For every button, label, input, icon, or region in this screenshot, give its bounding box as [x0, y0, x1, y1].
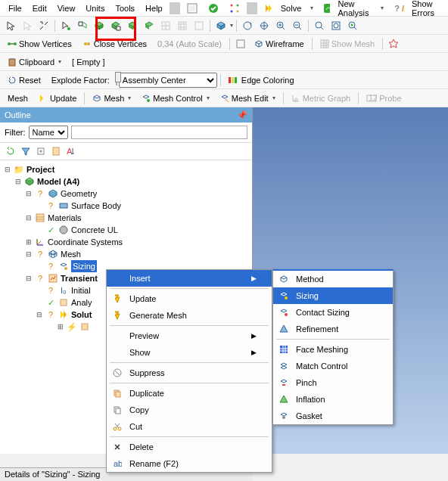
sub-gasket[interactable]: Gasket: [273, 408, 393, 424]
solve-button[interactable]: Solve: [259, 0, 319, 17]
star-icon[interactable]: [386, 36, 401, 51]
explode-slider[interactable]: [116, 76, 117, 85]
tree-geometry[interactable]: Geometry: [61, 188, 97, 200]
scale-icon[interactable]: [36, 18, 51, 33]
zoom-in-icon[interactable]: [273, 18, 288, 33]
rotate-icon[interactable]: [240, 18, 255, 33]
ctx-update[interactable]: Update: [107, 290, 272, 307]
tree-surface[interactable]: Surface Body: [71, 200, 121, 212]
filter-input[interactable]: [71, 126, 248, 139]
reset-button[interactable]: Reset: [3, 76, 45, 85]
sub-pinch[interactable]: Pinch: [273, 374, 393, 391]
close-vertices-button[interactable]: Close Vertices: [78, 39, 151, 48]
dots-icon[interactable]: [224, 1, 245, 16]
tree-model[interactable]: Model (A4): [37, 175, 79, 188]
cursor-icon[interactable]: [3, 18, 18, 33]
model-icon: [24, 176, 35, 187]
box-green2-icon[interactable]: [125, 18, 140, 33]
ctx-insert[interactable]: Insert▶: [107, 270, 272, 287]
tree-transient[interactable]: Transient: [61, 272, 98, 284]
ctx-show[interactable]: Show▶: [107, 344, 272, 361]
tree-project[interactable]: Project: [26, 163, 54, 175]
frame-icon[interactable]: [233, 36, 248, 51]
show-vertices-button[interactable]: Show Vertices: [3, 39, 76, 48]
svg-point-17: [334, 23, 338, 28]
grid3-icon[interactable]: [191, 18, 207, 33]
sub-inflation[interactable]: Inflation: [273, 391, 393, 408]
menu-help[interactable]: Help: [140, 2, 168, 15]
zoom-sel-icon[interactable]: [345, 18, 360, 33]
tree-materials[interactable]: Materials: [48, 212, 82, 224]
box-select-icon[interactable]: [108, 18, 123, 33]
sub-sizing[interactable]: Sizing: [273, 287, 393, 304]
tree-coord[interactable]: Coordinate Systems: [48, 236, 123, 248]
ctx-cut[interactable]: Cut: [107, 418, 272, 435]
select-vertex-icon[interactable]: [58, 18, 73, 33]
check-icon[interactable]: [203, 1, 224, 16]
select-box-icon[interactable]: [75, 18, 90, 33]
grid-icon[interactable]: [158, 18, 173, 33]
ctx-generate[interactable]: Generate Mesh: [107, 307, 272, 324]
show-errors-button[interactable]: ?/Show Errors: [389, 0, 445, 22]
mesh-control-dd[interactable]: Mesh Control: [137, 94, 213, 103]
sub-method[interactable]: Method: [273, 271, 393, 287]
tree-initial[interactable]: Initial: [71, 284, 91, 296]
sub-face[interactable]: Face Meshing: [273, 341, 393, 358]
svg-point-5: [230, 10, 232, 12]
menu-tools[interactable]: Tools: [110, 2, 140, 15]
ctx-duplicate[interactable]: Duplicate: [107, 385, 272, 402]
doc-icon[interactable]: [50, 145, 62, 157]
toolbar-icon[interactable]: [182, 1, 203, 16]
sub-contact[interactable]: Contact Sizing: [273, 304, 393, 321]
update-button[interactable]: Update: [34, 94, 81, 103]
sort-icon[interactable]: A: [65, 145, 77, 157]
cube-icon[interactable]: [213, 18, 229, 33]
svg-rect-36: [53, 147, 59, 155]
mesh-icon: [48, 249, 58, 259]
svg-rect-1: [189, 5, 195, 11]
ctx-delete[interactable]: Delete: [107, 439, 272, 455]
svg-point-54: [285, 296, 288, 299]
tree-analy[interactable]: Analy: [71, 296, 92, 309]
ctx-rename[interactable]: abRename (F2): [107, 455, 272, 472]
tree-sizing[interactable]: Sizing: [71, 260, 97, 272]
wireframe-button[interactable]: Wireframe: [250, 39, 309, 48]
filter-select[interactable]: Name: [29, 126, 68, 139]
grid2-icon[interactable]: [175, 18, 190, 33]
tree-solut[interactable]: Solut: [71, 309, 92, 321]
menu-view[interactable]: View: [52, 2, 81, 15]
metric-graph-button[interactable]: Metric Graph: [287, 94, 356, 103]
clipboard-button[interactable]: Clipboard: [3, 57, 66, 67]
box-green-icon[interactable]: [92, 18, 107, 33]
filter-icon[interactable]: [20, 145, 32, 157]
ctx-copy[interactable]: Copy: [107, 402, 272, 418]
mesh-label: Mesh: [3, 94, 33, 103]
ctx-preview[interactable]: Preview▶: [107, 327, 272, 344]
mesh-dd[interactable]: Mesh: [88, 94, 135, 103]
svg-rect-50: [116, 408, 120, 414]
box-green3-icon[interactable]: [142, 18, 157, 33]
toolbar-clipboard: Clipboard [ Empty ]: [0, 53, 448, 71]
refresh-icon[interactable]: [5, 145, 17, 157]
pin-icon[interactable]: 📌: [237, 110, 247, 120]
zoom-out-icon[interactable]: [290, 18, 305, 33]
zoom-fit-icon[interactable]: [328, 18, 344, 33]
tree-mesh[interactable]: Mesh: [61, 248, 81, 260]
pan-icon[interactable]: [257, 18, 272, 33]
ctx-suppress[interactable]: Suppress: [107, 365, 272, 381]
probe-button[interactable]: 123Probe: [362, 94, 406, 103]
materials-icon: [35, 213, 45, 223]
sub-refine[interactable]: Refinement: [273, 321, 393, 337]
menu-units[interactable]: Units: [80, 2, 110, 15]
zoom-icon[interactable]: [312, 18, 327, 33]
show-mesh-button[interactable]: Show Mesh: [316, 39, 379, 48]
assembly-select[interactable]: Assembly Center: [119, 73, 217, 88]
menu-edit[interactable]: Edit: [27, 2, 52, 15]
expand-icon[interactable]: [35, 145, 47, 157]
tree-concrete[interactable]: Concrete UL: [71, 224, 118, 236]
mesh-edit-dd[interactable]: Mesh Edit: [216, 94, 280, 103]
sub-match[interactable]: Match Control: [273, 358, 393, 374]
menu-file[interactable]: File: [3, 2, 27, 15]
cursor-plus-icon[interactable]: [20, 18, 35, 33]
edge-coloring-button[interactable]: Edge Coloring: [224, 76, 299, 85]
